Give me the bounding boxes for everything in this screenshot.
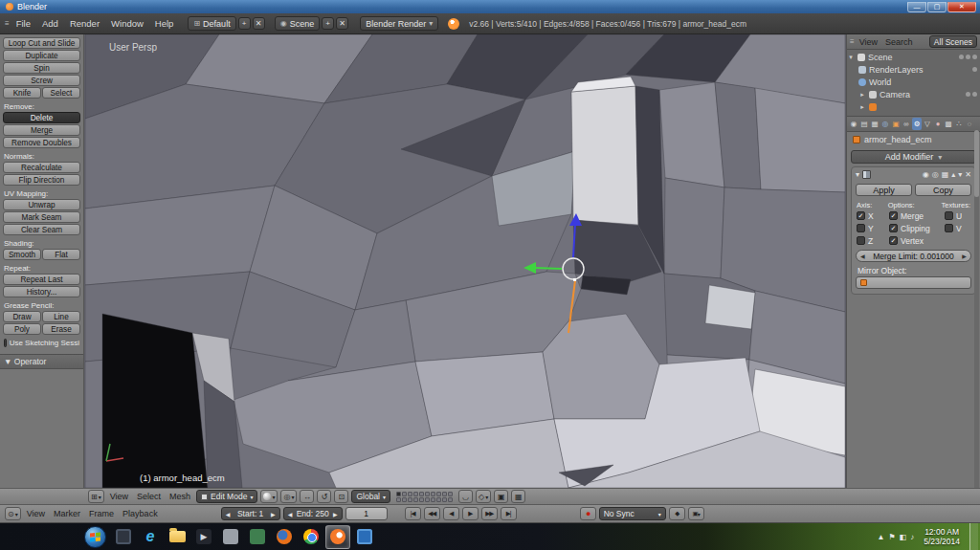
expand-icon[interactable]: ▾ (856, 170, 859, 179)
taskbar-app-green[interactable] (245, 525, 270, 549)
outliner-item-world[interactable]: World (847, 76, 980, 88)
play-reverse-button[interactable]: ◀ (443, 507, 459, 520)
apply-button[interactable]: Apply (856, 184, 912, 196)
delete-modifier-icon[interactable]: ✕ (965, 170, 971, 179)
slider-left-arrow-icon[interactable]: ◀ (860, 253, 865, 259)
start-button[interactable] (84, 526, 106, 548)
history-button[interactable]: History... (3, 286, 80, 297)
taskbar-app-gray[interactable] (218, 525, 243, 549)
delete-layout-button[interactable]: ✕ (253, 17, 265, 30)
menu-help[interactable]: Help (150, 18, 179, 29)
timeline-menu-playback[interactable]: Playback (120, 509, 161, 518)
tab-render-layers-icon[interactable]: ▤ (859, 118, 869, 130)
delete-scene-button[interactable]: ✕ (336, 17, 348, 30)
move-up-icon[interactable]: ▴ (951, 170, 955, 179)
flat-button[interactable]: Flat (42, 249, 80, 260)
render-opengl-button[interactable]: ▣ (494, 490, 508, 503)
menu-add[interactable]: Add (37, 18, 63, 29)
play-button[interactable]: ▶ (462, 507, 479, 520)
menu-render[interactable]: Render (65, 18, 104, 29)
timeline-editor-icon[interactable]: ⊙▾ (5, 507, 21, 520)
viewport-shading-dropdown[interactable]: ▾ (260, 490, 278, 503)
snap-element-dropdown[interactable]: ◇▾ (476, 490, 491, 503)
mirror-object-field[interactable] (856, 276, 971, 289)
tab-scene-icon[interactable]: ▦ (870, 118, 880, 130)
outliner-item-partial[interactable]: ▸ (847, 100, 980, 113)
axis-z-checkbox[interactable]: Z (857, 235, 889, 246)
pivot-point-dropdown[interactable]: ◎▾ (280, 490, 297, 503)
tab-modifiers-icon[interactable]: ⚙ (912, 118, 922, 130)
taskbar-app-file-explorer[interactable] (165, 525, 189, 549)
tab-world-icon[interactable]: ◎ (880, 118, 890, 130)
tab-particles-icon[interactable]: ∴ (954, 118, 964, 130)
taskbar-app-blue[interactable] (352, 525, 377, 549)
merge-limit-slider[interactable]: ◀ Merge Limit: 0.001000 ▶ (856, 250, 971, 262)
restrict-icon[interactable] (972, 92, 977, 97)
keying-set-icon[interactable]: ◆ (669, 507, 685, 520)
restrict-icon[interactable] (966, 92, 970, 97)
show-desktop-button[interactable] (969, 523, 978, 550)
prev-keyframe-button[interactable]: ◀◀ (424, 507, 440, 520)
taskbar-app-chrome[interactable] (299, 525, 323, 549)
duplicate-button[interactable]: Duplicate (3, 50, 80, 61)
gp-poly-button[interactable]: Poly (3, 323, 41, 335)
tray-expand-icon[interactable]: ▲ (878, 533, 885, 541)
tab-object-data-icon[interactable]: ▽ (923, 118, 932, 130)
add-scene-button[interactable]: + (322, 17, 334, 30)
menu-file[interactable]: File (11, 18, 35, 29)
view3d-menu-mesh[interactable]: Mesh (167, 492, 193, 501)
menu-window[interactable]: Window (106, 18, 148, 29)
maximize-button[interactable]: ▢ (927, 2, 947, 12)
taskbar-clock[interactable]: 12:00 AM 5/23/2014 (918, 527, 966, 546)
window-titlebar[interactable]: Blender — ▢ ✕ (0, 0, 980, 13)
layers-widget[interactable] (396, 492, 453, 502)
tab-physics-icon[interactable]: ◌ (965, 118, 974, 130)
gp-line-button[interactable]: Line (42, 311, 80, 322)
jump-to-end-button[interactable]: ▶| (501, 507, 517, 520)
expand-icon[interactable]: ▾ (847, 54, 855, 61)
mirror-modifier-header[interactable]: ▾ ◉ ◎ ▦ ▴ ▾ ✕ (852, 167, 975, 182)
orientation-dropdown[interactable]: Global ▾ (351, 490, 390, 503)
mode-dropdown[interactable]: Edit Mode ▾ (196, 490, 257, 503)
gp-erase-button[interactable]: Erase (42, 323, 80, 335)
restrict-icon[interactable] (966, 55, 970, 59)
delete-button[interactable]: Delete (3, 112, 80, 123)
merge-button[interactable]: Merge (3, 124, 80, 136)
tab-render-icon[interactable]: ◉ (849, 118, 858, 130)
edit-toggle-icon[interactable]: ▦ (942, 170, 949, 179)
manipulator-translate-button[interactable]: ↔ (300, 490, 314, 503)
expand-icon[interactable]: ▸ (858, 103, 866, 111)
view3d-menu-select[interactable]: Select (134, 492, 164, 501)
outliner-item-camera[interactable]: ▸ Camera (847, 88, 980, 100)
axis-x-checkbox[interactable]: X (857, 210, 889, 221)
outliner-filter-dropdown[interactable]: All Scenes (929, 35, 977, 48)
manipulator-rotate-button[interactable]: ↺ (317, 490, 331, 503)
recalculate-button[interactable]: Recalculate (3, 162, 80, 173)
vertex-checkbox[interactable]: Vertex (889, 235, 945, 246)
record-button[interactable]: ● (580, 507, 596, 520)
mark-seam-button[interactable]: Mark Seam (3, 211, 80, 223)
remove-doubles-button[interactable]: Remove Doubles (3, 137, 80, 148)
manipulator-scale-button[interactable]: ⊡ (334, 490, 348, 503)
tab-texture-icon[interactable]: ▩ (944, 118, 953, 130)
repeat-last-button[interactable]: Repeat Last (3, 274, 80, 285)
frame-end-field[interactable]: ◀ End: 250 ▶ (283, 507, 343, 520)
copy-button[interactable]: Copy (915, 184, 971, 196)
taskbar-app-internet-explorer[interactable]: e (138, 525, 163, 549)
slider-right-arrow-icon[interactable]: ▶ (962, 253, 967, 259)
properties-scrollbar[interactable] (974, 130, 979, 494)
move-down-icon[interactable]: ▾ (958, 170, 962, 179)
render-engine-dropdown[interactable]: Blender Render ▾ (360, 16, 438, 31)
render-toggle-icon[interactable]: ◉ (923, 170, 929, 179)
keying-options-dropdown[interactable]: ▣▾ (688, 507, 704, 520)
outliner-menu-search[interactable]: Search (882, 37, 916, 47)
gp-draw-button[interactable]: Draw (3, 311, 41, 322)
restrict-icon[interactable] (959, 55, 964, 59)
screen-layout-dropdown[interactable]: ⊞ Default (188, 16, 235, 31)
taskbar-app-firefox[interactable] (272, 525, 297, 549)
outliner-item-scene[interactable]: ▾ Scene (847, 51, 980, 63)
restrict-icon[interactable] (972, 67, 977, 72)
editor-type-icon[interactable]: ≡ (5, 19, 10, 28)
sketching-sessions-checkbox[interactable]: Use Sketching Sessi (0, 336, 83, 350)
timeline-menu-marker[interactable]: Marker (51, 509, 83, 518)
